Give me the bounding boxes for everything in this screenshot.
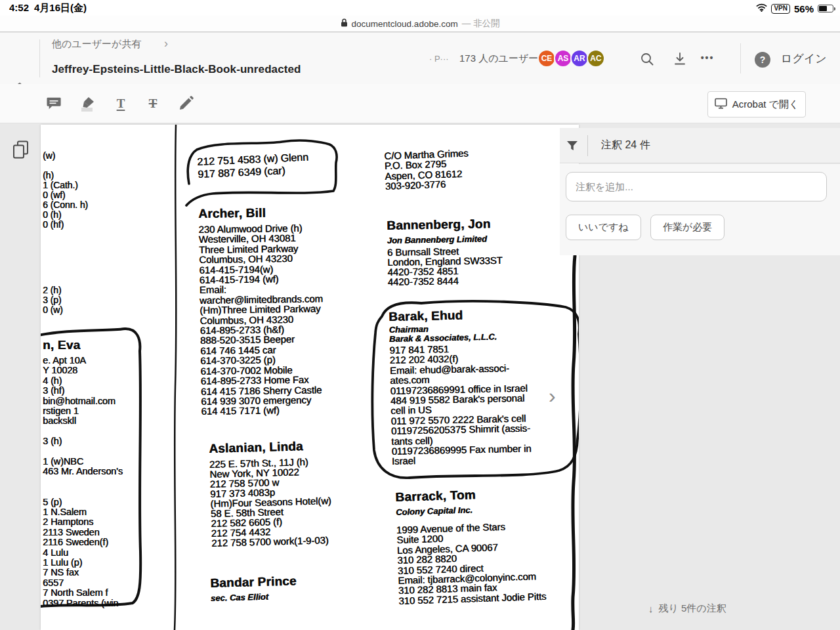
avatar[interactable]: AC [587, 49, 605, 68]
contact-name: Archer, Bill [198, 205, 322, 221]
ipad-safari-screen: 4:52 4月16日(金) VPN 56% documentcloud.adob… [0, 0, 840, 630]
contact-fragment-column-top: (w)(h)1 (Cath.)0 (wf)6 (Conn. h)0 (h)0 (… [43, 151, 88, 230]
annotation-input[interactable] [566, 172, 827, 201]
doc-line: 7 North Salem f [43, 588, 123, 598]
divider [39, 39, 40, 77]
question-mark-icon: ? [755, 52, 770, 68]
doc-line: 212 758 5700 work(1-9-03) [211, 535, 333, 548]
strikethrough-tool-button[interactable]: T [143, 94, 163, 114]
remaining-annotations-label: 残り 5件の注釈 [659, 602, 726, 615]
doc-line: 2116 Sweden(f) [43, 537, 123, 547]
doc-line: 2 (h) [43, 285, 63, 295]
contact-archer-bill: Archer, Bill 230 Alumwood Drive (h)Weste… [198, 205, 324, 416]
doc-line [43, 487, 123, 497]
clock: 4:52 [9, 2, 29, 13]
doc-line: 5 (p) [43, 497, 123, 507]
doc-line: 6557 [43, 578, 123, 588]
contact-lines: 6 Burnsall StreetLondon, England SW33ST4… [387, 245, 503, 287]
divider [587, 135, 588, 156]
doc-line: 2113 Sweden [43, 528, 123, 537]
avatar[interactable]: CE [537, 49, 556, 68]
filter-button[interactable] [564, 138, 580, 154]
user-avatars[interactable]: CE AS AR AC [539, 49, 605, 68]
highlight-tool-button[interactable] [78, 94, 98, 114]
status-bar: 4:52 4月16日(金) VPN 56% [0, 0, 840, 16]
monitor-icon [715, 98, 727, 111]
doc-line: Y 10028 [43, 366, 123, 375]
avatar[interactable]: AR [570, 49, 589, 68]
contact-lines: C/O Martha GrimesP.O. Box 2795Aspen, CO … [384, 148, 469, 192]
doc-line [43, 447, 123, 457]
contact-name: n, Eva [43, 338, 123, 352]
doc-line: 3 (hf) [43, 386, 123, 396]
contact-name: Bannenberg, Jon [387, 217, 502, 233]
doc-line: 0 (h) [43, 210, 88, 220]
needs-work-button[interactable]: 作業が必要 [650, 215, 724, 240]
remaining-annotations[interactable]: ↓ 残り 5件の注釈 [648, 602, 726, 615]
doc-line: 1 N.Salem [43, 507, 123, 517]
underline-glyph: T [117, 96, 125, 111]
status-indicators: VPN 56% [756, 3, 833, 14]
doc-line: 303-920-3776 [385, 178, 470, 192]
wifi-icon [756, 3, 767, 14]
doc-line: 1 (Cath.) [43, 180, 88, 190]
contact-subtitle: Jon Bannenberg Limited [387, 234, 502, 245]
doc-line: 1 (w)NBC [43, 457, 123, 467]
contact-eva: n, Eva e. Apt 10AY 100284 (h)3 (hf)bin@h… [43, 338, 123, 608]
annotations-count-title: 注釈 24 件 [601, 138, 650, 152]
contact-name: Aslanian, Linda [209, 438, 330, 456]
underline-tool-button[interactable]: T [111, 94, 131, 114]
login-button[interactable]: ログイン [781, 51, 827, 66]
doc-line: e. Apt 10A [43, 356, 123, 366]
like-button[interactable]: いいですね [566, 215, 641, 240]
app-header: 他のユーザーが共有 › Jeffrey-Epsteins-Little-Blac… [0, 33, 840, 84]
doc-line [43, 427, 123, 436]
search-button[interactable] [638, 50, 656, 68]
doc-line: 0 (wf) [43, 190, 88, 200]
doc-line [43, 161, 88, 171]
doc-line: 0 (hf) [43, 220, 88, 230]
divider [740, 43, 741, 74]
doc-line: 0397 Parents (win- [43, 598, 123, 608]
contact-lines: 917 841 7851212 202 4032(f)Email: ehud@b… [389, 343, 532, 467]
contact-aslanian-linda: Aslanian, Linda 225 E. 57th St., 11J (h)… [209, 438, 332, 548]
fragment-lines: (w)(h)1 (Cath.)0 (wf)6 (Conn. h)0 (h)0 (… [43, 151, 88, 230]
doc-line: rstigen 1 [43, 406, 123, 416]
doc-line: 614 415 7171 (wf) [201, 405, 324, 417]
contact-lines: 212 751 4583 (w) Glenn917 887 6349 (car) [197, 152, 309, 180]
open-in-acrobat-button[interactable]: Acrobat で開く [707, 91, 806, 117]
doc-line: 4420-7352 8444 [388, 275, 503, 287]
draw-tool-button[interactable] [176, 94, 196, 114]
user-count: 173 人のユーザー [459, 52, 538, 65]
contact-name: Bandar Prince [210, 574, 297, 591]
page-thumbnails-button[interactable] [12, 140, 30, 159]
doc-line: bin@hotmail.com [43, 396, 123, 406]
doc-line: 6 (Conn. h) [43, 200, 88, 210]
contact-bandar-prince: Bandar Prince sec. Cas Elliot [210, 574, 297, 603]
battery-percent: 56% [794, 3, 814, 14]
doc-line: Israel [392, 453, 532, 467]
contact-lines: e. Apt 10AY 100284 (h)3 (hf)bin@hotmail.… [43, 356, 123, 608]
doc-line: backskll [43, 416, 123, 426]
breadcrumb[interactable]: 他のユーザーが共有 [52, 38, 141, 51]
doc-line: 4 Lulu [43, 548, 123, 558]
download-button[interactable] [671, 50, 689, 68]
date: 4月16日(金) [34, 2, 87, 14]
doc-line: 3 (h) [43, 436, 123, 446]
help-button[interactable]: ? [753, 51, 772, 69]
lock-icon [341, 18, 348, 30]
next-page-chevron[interactable]: › [549, 386, 556, 406]
contact-name: Barrack, Tom [395, 486, 543, 505]
contact-barak-ehud: Barak, Ehud ChairmanBarak & Associates, … [388, 307, 532, 467]
chevron-right-icon: › [164, 37, 168, 51]
address-bar[interactable]: documentcloud.adobe.com — 非公開 [0, 16, 840, 32]
contact-lines: 1999 Avenue of the StarsSuite 1200Los An… [396, 520, 547, 606]
fragment-lines: 2 (h)3 (p)0 (w) [43, 285, 63, 315]
comment-tool-button[interactable] [45, 94, 64, 114]
contact-subtitle: Colony Capital Inc. [396, 503, 543, 517]
annotation-toolbar: T T Acrobat で開く [0, 84, 840, 123]
down-arrow-icon: ↓ [648, 603, 654, 614]
avatar[interactable]: AS [554, 49, 572, 68]
more-options-button[interactable]: ••• [698, 49, 717, 67]
contact-name: Barak, Ehud [388, 307, 528, 324]
